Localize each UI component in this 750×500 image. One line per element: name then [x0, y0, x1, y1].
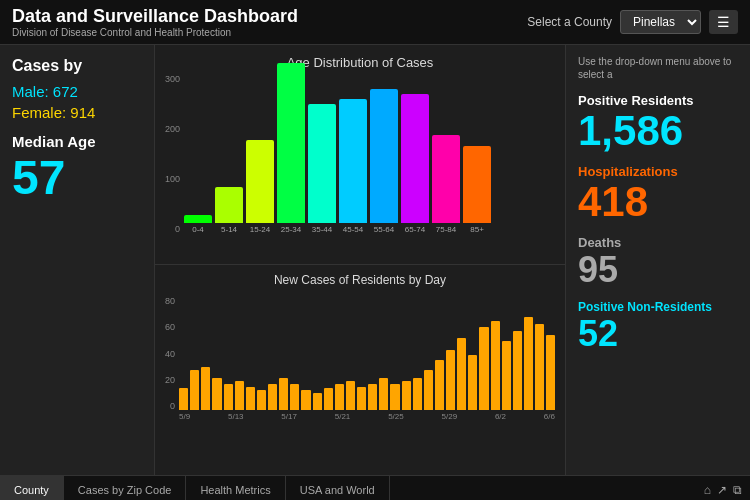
age-bar-label: 25-34 — [281, 225, 301, 234]
county-select[interactable]: Pinellas — [620, 10, 701, 34]
daily-bar-col — [290, 384, 299, 410]
header: Data and Surveillance Dashboard Division… — [0, 0, 750, 45]
daily-bar-col — [491, 321, 500, 410]
daily-bar — [212, 378, 221, 410]
daily-bar — [246, 387, 255, 410]
daily-bar-col — [257, 390, 266, 410]
daily-bar-col — [513, 331, 522, 410]
daily-bar — [335, 384, 344, 410]
daily-bar — [257, 390, 266, 410]
male-stat: Male: 672 — [12, 83, 142, 100]
age-bar — [308, 104, 336, 223]
median-age-label: Median Age — [12, 133, 142, 150]
daily-bar-col — [301, 390, 310, 410]
daily-bar-col — [179, 388, 188, 410]
positive-nonresidents-block: Positive Non-Residents 52 — [578, 300, 738, 354]
daily-bar-col — [368, 384, 377, 410]
tab-usa-and-world[interactable]: USA and World — [286, 476, 390, 500]
daily-bar — [446, 350, 455, 410]
daily-bar-col — [212, 378, 221, 410]
age-chart-container: Age Distribution of Cases 300 200 100 0 … — [155, 45, 565, 265]
age-bars-container: 0-45-1415-2425-3435-4445-5455-6465-7475-… — [184, 74, 555, 259]
age-bar — [370, 89, 398, 223]
daily-bar — [479, 327, 488, 410]
female-stat: Female: 914 — [12, 104, 142, 121]
daily-bar-col — [468, 355, 477, 410]
age-chart-title: Age Distribution of Cases — [165, 55, 555, 70]
date-label: 5/21 — [335, 412, 351, 421]
daily-bar — [524, 317, 533, 410]
main-content: Cases by Male: 672 Female: 914 Median Ag… — [0, 45, 750, 475]
age-bar-label: 85+ — [470, 225, 484, 234]
age-bar-col: 0-4 — [184, 215, 212, 234]
date-labels-row: 5/95/135/175/215/255/296/26/6 — [179, 412, 555, 421]
daily-bar — [546, 335, 555, 410]
daily-bar — [235, 381, 244, 410]
age-bar-label: 5-14 — [221, 225, 237, 234]
daily-bar — [435, 360, 444, 410]
daily-bar — [190, 370, 199, 410]
daily-y-axis: 80 60 40 20 0 — [165, 296, 179, 411]
daily-bar-col — [457, 338, 466, 410]
date-label: 5/29 — [442, 412, 458, 421]
age-bar-col: 45-54 — [339, 99, 367, 234]
age-bar-label: 55-64 — [374, 225, 394, 234]
tab-cases-by-zip-code[interactable]: Cases by Zip Code — [64, 476, 187, 500]
daily-bar — [502, 341, 511, 410]
home-icon[interactable]: ⌂ — [704, 483, 711, 497]
age-bar-col: 35-44 — [308, 104, 336, 234]
menu-button[interactable]: ☰ — [709, 10, 738, 34]
daily-bar — [424, 370, 433, 410]
positive-nonresidents-value: 52 — [578, 314, 738, 354]
daily-bar — [402, 381, 411, 410]
daily-bar-col — [279, 378, 288, 410]
daily-chart-title: New Cases of Residents by Day — [165, 273, 555, 287]
daily-bar-col — [224, 384, 233, 410]
deaths-block: Deaths 95 — [578, 235, 738, 290]
daily-bar — [346, 381, 355, 410]
daily-bar-col — [446, 350, 455, 410]
tab-county[interactable]: County — [0, 476, 64, 500]
age-y-axis: 300 200 100 0 — [165, 74, 184, 234]
hospitalizations-label: Hospitalizations — [578, 164, 738, 179]
age-bar — [339, 99, 367, 223]
daily-bars-row — [179, 296, 555, 410]
daily-bar-col — [479, 327, 488, 410]
age-bar — [432, 135, 460, 223]
daily-bars-wrapper: 5/95/135/175/215/255/296/26/6 — [179, 291, 555, 421]
age-bar-col: 85+ — [463, 146, 491, 234]
age-chart-wrapper: 300 200 100 0 0-45-1415-2425-3435-4445-5… — [165, 74, 555, 259]
cases-by-title: Cases by — [12, 57, 142, 75]
daily-bar — [390, 384, 399, 410]
print-icon[interactable]: ⧉ — [733, 483, 742, 497]
age-bars-row: 0-45-1415-2425-3435-4445-5455-6465-7475-… — [184, 74, 555, 234]
daily-chart-area: 80 60 40 20 0 5/95/135/175/215/255/296/2… — [165, 291, 555, 421]
daily-bar — [379, 378, 388, 410]
tab-health-metrics[interactable]: Health Metrics — [186, 476, 285, 500]
daily-bar-col — [535, 324, 544, 410]
daily-bar-col — [390, 384, 399, 410]
age-bar — [246, 140, 274, 223]
date-label: 6/6 — [544, 412, 555, 421]
age-bar-col: 75-84 — [432, 135, 460, 234]
hospitalizations-value: 418 — [578, 179, 738, 225]
daily-bar-col — [346, 381, 355, 410]
age-bar-col: 5-14 — [215, 187, 243, 234]
daily-bar — [290, 384, 299, 410]
header-right: Select a County Pinellas ☰ — [527, 10, 738, 34]
daily-bar-col — [324, 388, 333, 410]
positive-residents-label: Positive Residents — [578, 93, 738, 108]
age-bar-label: 35-44 — [312, 225, 332, 234]
daily-bar — [268, 384, 277, 410]
age-bar-col: 65-74 — [401, 94, 429, 234]
daily-bar — [368, 384, 377, 410]
share-icon[interactable]: ↗ — [717, 483, 727, 497]
daily-bar-col — [268, 384, 277, 410]
date-label: 5/9 — [179, 412, 190, 421]
age-bar — [401, 94, 429, 223]
date-label: 5/17 — [281, 412, 297, 421]
daily-bar — [313, 393, 322, 410]
daily-bar — [179, 388, 188, 410]
daily-bar-col — [335, 384, 344, 410]
date-label: 6/2 — [495, 412, 506, 421]
